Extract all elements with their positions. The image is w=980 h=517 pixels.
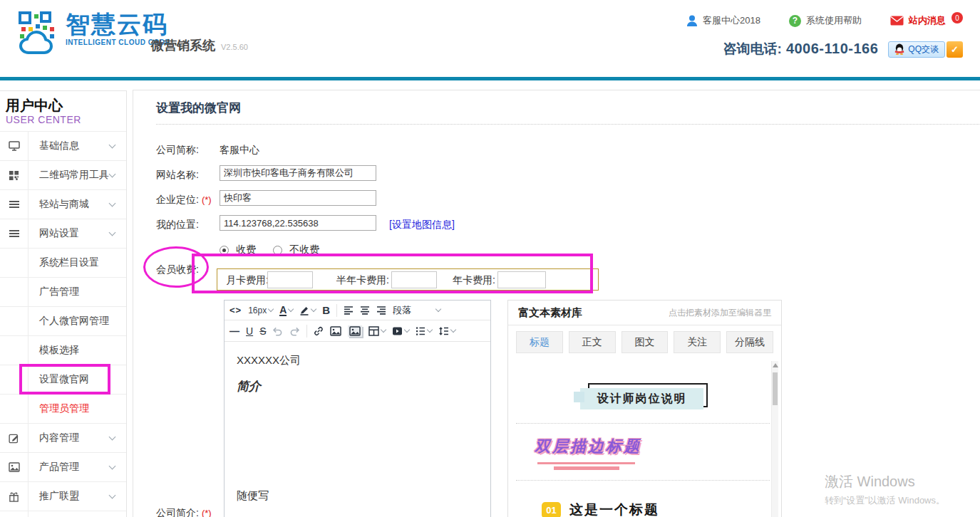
chevron-down-icon xyxy=(109,229,116,236)
location-input[interactable] xyxy=(220,215,376,231)
redo-button[interactable] xyxy=(289,326,300,336)
chevron-down-icon[interactable] xyxy=(435,306,441,312)
editor-text-line: 简介 xyxy=(237,378,261,395)
messages-badge: 0 xyxy=(951,12,963,24)
help-link[interactable]: ? 系统使用帮助 xyxy=(789,14,862,27)
sidebar-subtitle: USER CENTER xyxy=(6,114,126,125)
bold-button[interactable]: B xyxy=(322,304,330,316)
horizontal-rule-button[interactable]: — xyxy=(229,325,239,337)
sidebar-item-light-site-mall[interactable]: 轻站与商城 xyxy=(0,189,126,219)
rich-text-editor: <> 16px A B 段落 — U S xyxy=(224,300,491,517)
menu-bars-icon xyxy=(0,190,29,219)
sidebar-item-qr-tools[interactable]: 二维码常用工具 xyxy=(0,160,126,189)
fee-box: 月卡费用: 半年卡费用: 年卡费用: xyxy=(217,268,599,291)
scrollbar-up-arrow[interactable] xyxy=(773,363,778,367)
insert-image-button[interactable] xyxy=(330,326,341,336)
account-menu[interactable]: 客服中心2018 xyxy=(686,14,760,27)
accent-divider-bar xyxy=(0,77,980,80)
tab-divider-materials[interactable]: 分隔线 xyxy=(726,331,773,353)
material-outlined-underline-2 xyxy=(554,466,619,470)
editor-content[interactable]: XXXXXX公司 简介 随便写 xyxy=(225,342,490,517)
site-name-input[interactable] xyxy=(220,165,376,181)
sidebar-item-admin-management[interactable]: 管理员管理 xyxy=(0,394,126,423)
edit-pencil-icon xyxy=(0,424,29,452)
align-center-button[interactable] xyxy=(360,306,370,315)
insert-link-button[interactable] xyxy=(314,326,324,336)
radio-free[interactable] xyxy=(273,246,282,255)
radio-paid-label[interactable]: 收费 xyxy=(236,244,256,256)
qq-chat-group: QQ交谈 ✓ xyxy=(888,41,963,58)
radio-paid[interactable] xyxy=(220,246,229,255)
ordered-list-button[interactable] xyxy=(416,326,432,336)
sidebar-item-label: 二维码常用工具 xyxy=(39,169,110,182)
set-map-info-link[interactable]: [设置地图信息] xyxy=(389,219,455,231)
title-divider xyxy=(156,124,980,125)
material-outlined-underline xyxy=(537,462,635,464)
sidebar-item-system-columns[interactable]: 系统栏目设置 xyxy=(0,248,126,277)
line-height-button[interactable] xyxy=(438,326,455,336)
required-mark: (*) xyxy=(202,508,212,517)
radio-free-label[interactable]: 不收费 xyxy=(289,244,319,256)
positioning-input[interactable] xyxy=(220,190,376,206)
site-messages[interactable]: 站内消息 0 xyxy=(890,14,963,27)
tab-title-materials[interactable]: 标题 xyxy=(516,331,563,353)
sidebar-title: 用户中心 xyxy=(6,97,126,114)
chevron-down-icon xyxy=(381,327,386,333)
material-numbered-title[interactable]: 01 这是一个标题 xyxy=(542,501,659,517)
scrollbar-thumb[interactable] xyxy=(773,372,778,405)
hotline-number: 4006-110-166 xyxy=(786,41,878,56)
sidebar-item-product-management[interactable]: 产品管理 xyxy=(0,452,126,481)
page-title: 设置我的微官网 xyxy=(156,100,241,116)
align-left-button[interactable] xyxy=(344,306,354,315)
sidebar-item-content-management[interactable]: 内容管理 xyxy=(0,423,126,452)
material-boxed-title-accent xyxy=(574,392,584,402)
sidebar-item-basic-info[interactable]: 基础信息 xyxy=(0,131,126,160)
tab-image-text-materials[interactable]: 图文 xyxy=(621,331,669,353)
font-size-select[interactable]: 16px xyxy=(248,306,273,315)
qq-verified-shield-icon[interactable]: ✓ xyxy=(947,41,963,58)
sidebar-item-label: 系统栏目设置 xyxy=(39,256,126,269)
yearly-fee-input[interactable] xyxy=(497,271,546,288)
chevron-down-icon xyxy=(109,492,116,499)
tab-follow-materials[interactable]: 关注 xyxy=(674,331,721,353)
qq-chat-button[interactable]: QQ交谈 xyxy=(888,41,945,58)
material-boxed-title[interactable]: 设计师岗位说明 xyxy=(580,388,703,409)
material-scrollbar[interactable] xyxy=(771,361,778,517)
insert-gallery-image-button[interactable] xyxy=(348,325,362,337)
half-year-fee-input[interactable] xyxy=(391,271,437,288)
account-label: 客服中心2018 xyxy=(703,14,760,27)
monitor-icon xyxy=(0,132,29,160)
undo-button[interactable] xyxy=(272,326,283,336)
paragraph-select[interactable]: 段落 xyxy=(393,304,411,317)
sidebar-item-site-settings[interactable]: 网站设置 xyxy=(0,219,126,248)
sidebar-item-setup-microsite[interactable]: 设置微官网 xyxy=(0,365,126,394)
pen-icon xyxy=(299,306,309,315)
editor-text-line: 随便写 xyxy=(237,489,269,503)
sidebar-item-label: 产品管理 xyxy=(39,461,110,474)
sidebar-item-template-select[interactable]: 模板选择 xyxy=(0,335,126,365)
chevron-down-icon xyxy=(109,463,116,470)
insert-table-button[interactable] xyxy=(368,326,386,336)
tab-body-materials[interactable]: 正文 xyxy=(569,331,616,353)
sidebar-item-ad-management[interactable]: 广告管理 xyxy=(0,277,126,306)
material-outlined-title[interactable]: 双层描边标题 xyxy=(535,436,641,457)
yearly-fee-label: 年卡费用: xyxy=(453,274,495,287)
sidebar-item-label: 管理员管理 xyxy=(39,402,126,415)
underline-button[interactable]: U xyxy=(246,325,253,337)
sidebar-item-label: 模板选择 xyxy=(39,344,126,357)
brand-name: 智慧云码 xyxy=(66,11,170,37)
code-view-button[interactable]: <> xyxy=(229,305,242,315)
sidebar-header: 用户中心 USER CENTER xyxy=(0,91,126,131)
sidebar-item-promotion-alliance[interactable]: 推广联盟 xyxy=(0,481,126,511)
sidebar-row-empty xyxy=(0,511,126,517)
font-color-button[interactable]: A xyxy=(279,305,293,316)
chevron-down-icon xyxy=(109,171,116,178)
sidebar-item-personal-microsite[interactable]: 个人微官网管理 xyxy=(0,306,126,335)
insert-video-button[interactable] xyxy=(392,326,409,336)
monthly-fee-input[interactable] xyxy=(267,271,313,288)
strikethrough-button[interactable]: S xyxy=(259,325,266,337)
align-right-button[interactable] xyxy=(376,306,386,315)
messages-label: 站内消息 xyxy=(909,14,946,27)
highlight-pen-button[interactable] xyxy=(299,306,316,315)
header-contact: 咨询电话:4006-110-166 QQ交谈 ✓ xyxy=(723,40,963,58)
